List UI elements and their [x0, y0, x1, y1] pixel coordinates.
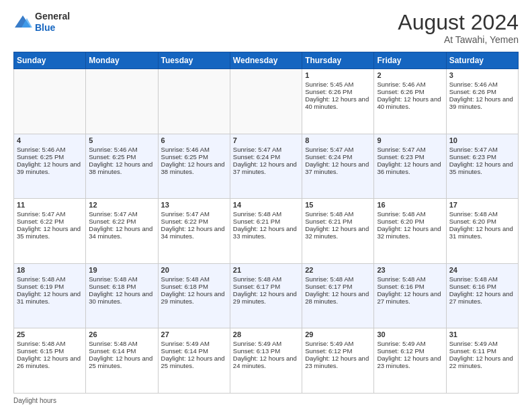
- day-number: 13: [161, 201, 227, 209]
- day-number: 30: [377, 330, 443, 338]
- calendar-cell: 18Sunrise: 5:48 AMSunset: 6:19 PMDayligh…: [14, 263, 86, 328]
- day-info: Sunset: 6:18 PM: [89, 283, 154, 290]
- day-info: Sunrise: 5:48 AM: [89, 340, 154, 347]
- week-row-4: 18Sunrise: 5:48 AMSunset: 6:19 PMDayligh…: [14, 263, 519, 328]
- logo-blue: Blue: [35, 22, 70, 34]
- day-info: Sunrise: 5:47 AM: [161, 210, 227, 218]
- header: General Blue August 2024 At Tawahi, Yeme…: [13, 11, 519, 45]
- day-info: Sunrise: 5:48 AM: [449, 275, 515, 283]
- day-info: Sunrise: 5:47 AM: [377, 146, 443, 153]
- day-info: Sunrise: 5:48 AM: [17, 340, 83, 347]
- calendar-cell: [230, 69, 302, 134]
- day-info: Daylight: 12 hours and 24 minutes.: [233, 355, 299, 369]
- day-info: Sunrise: 5:46 AM: [89, 146, 154, 153]
- day-info: Daylight: 12 hours and 31 minutes.: [17, 290, 83, 305]
- col-header-monday: Monday: [86, 52, 158, 69]
- col-header-saturday: Saturday: [446, 52, 518, 69]
- day-number: 22: [305, 266, 371, 274]
- day-info: Sunrise: 5:49 AM: [305, 340, 371, 347]
- day-info: Sunset: 6:26 PM: [305, 88, 371, 95]
- calendar-cell: 30Sunrise: 5:49 AMSunset: 6:12 PMDayligh…: [374, 328, 446, 394]
- day-info: Sunset: 6:25 PM: [161, 153, 227, 161]
- day-info: Sunrise: 5:47 AM: [233, 146, 299, 153]
- day-number: 10: [449, 136, 515, 144]
- day-number: 15: [305, 201, 371, 209]
- calendar-cell: 16Sunrise: 5:48 AMSunset: 6:20 PMDayligh…: [374, 199, 446, 264]
- col-header-sunday: Sunday: [14, 52, 86, 69]
- calendar-cell: 11Sunrise: 5:47 AMSunset: 6:22 PMDayligh…: [14, 199, 86, 264]
- day-number: 16: [377, 201, 443, 209]
- day-info: Daylight: 12 hours and 23 minutes.: [377, 355, 443, 369]
- day-number: 6: [161, 136, 227, 144]
- day-info: Daylight: 12 hours and 40 minutes.: [305, 95, 371, 110]
- day-number: 9: [377, 136, 443, 144]
- day-info: Daylight: 12 hours and 34 minutes.: [161, 225, 227, 240]
- month-year: August 2024: [398, 11, 519, 34]
- day-info: Daylight: 12 hours and 40 minutes.: [377, 95, 443, 110]
- day-info: Sunset: 6:24 PM: [233, 153, 299, 161]
- col-header-tuesday: Tuesday: [158, 52, 230, 69]
- day-info: Sunrise: 5:48 AM: [449, 210, 515, 218]
- day-info: Sunrise: 5:48 AM: [305, 210, 371, 218]
- week-row-3: 11Sunrise: 5:47 AMSunset: 6:22 PMDayligh…: [14, 199, 519, 264]
- day-info: Sunset: 6:25 PM: [17, 153, 83, 161]
- day-number: 26: [89, 330, 154, 338]
- calendar-cell: 1Sunrise: 5:45 AMSunset: 6:26 PMDaylight…: [302, 69, 374, 134]
- day-info: Sunset: 6:14 PM: [161, 347, 227, 355]
- week-row-1: 1Sunrise: 5:45 AMSunset: 6:26 PMDaylight…: [14, 69, 519, 134]
- calendar-cell: 22Sunrise: 5:48 AMSunset: 6:17 PMDayligh…: [302, 263, 374, 328]
- day-info: Sunrise: 5:48 AM: [89, 275, 154, 283]
- day-info: Sunset: 6:11 PM: [449, 347, 515, 355]
- day-info: Daylight: 12 hours and 23 minutes.: [305, 355, 371, 369]
- calendar-cell: 5Sunrise: 5:46 AMSunset: 6:25 PMDaylight…: [86, 134, 158, 199]
- day-info: Daylight: 12 hours and 39 minutes.: [17, 161, 83, 175]
- day-info: Daylight: 12 hours and 38 minutes.: [161, 161, 227, 175]
- day-info: Sunset: 6:23 PM: [377, 153, 443, 161]
- calendar-cell: 25Sunrise: 5:48 AMSunset: 6:15 PMDayligh…: [14, 328, 86, 394]
- day-info: Sunrise: 5:48 AM: [377, 210, 443, 218]
- calendar-cell: 15Sunrise: 5:48 AMSunset: 6:21 PMDayligh…: [302, 199, 374, 264]
- day-number: 1: [305, 71, 371, 79]
- day-info: Sunset: 6:14 PM: [89, 347, 154, 355]
- calendar-cell: 10Sunrise: 5:47 AMSunset: 6:23 PMDayligh…: [446, 134, 518, 199]
- day-number: 19: [89, 266, 154, 274]
- day-info: Sunrise: 5:46 AM: [161, 146, 227, 153]
- day-number: 29: [305, 330, 371, 338]
- day-info: Daylight: 12 hours and 36 minutes.: [377, 161, 443, 175]
- col-header-wednesday: Wednesday: [230, 52, 302, 69]
- calendar-header-row: SundayMondayTuesdayWednesdayThursdayFrid…: [14, 52, 519, 69]
- day-number: 23: [377, 266, 443, 274]
- calendar-cell: 26Sunrise: 5:48 AMSunset: 6:14 PMDayligh…: [86, 328, 158, 394]
- day-info: Daylight: 12 hours and 32 minutes.: [377, 225, 443, 240]
- day-number: 28: [233, 330, 299, 338]
- day-info: Daylight: 12 hours and 28 minutes.: [305, 290, 371, 305]
- day-number: 18: [17, 266, 83, 274]
- day-info: Sunset: 6:18 PM: [161, 283, 227, 290]
- day-info: Sunrise: 5:48 AM: [377, 275, 443, 283]
- calendar-cell: 29Sunrise: 5:49 AMSunset: 6:12 PMDayligh…: [302, 328, 374, 394]
- calendar-cell: 12Sunrise: 5:47 AMSunset: 6:22 PMDayligh…: [86, 199, 158, 264]
- day-info: Daylight: 12 hours and 37 minutes.: [233, 161, 299, 175]
- calendar-cell: 19Sunrise: 5:48 AMSunset: 6:18 PMDayligh…: [86, 263, 158, 328]
- day-info: Sunset: 6:21 PM: [305, 218, 371, 225]
- day-number: 11: [17, 201, 83, 209]
- day-number: 17: [449, 201, 515, 209]
- footer: Daylight hours: [13, 397, 519, 404]
- day-info: Daylight: 12 hours and 34 minutes.: [89, 225, 154, 240]
- day-info: Sunset: 6:17 PM: [305, 283, 371, 290]
- col-header-thursday: Thursday: [302, 52, 374, 69]
- day-info: Sunrise: 5:49 AM: [377, 340, 443, 347]
- calendar-cell: [14, 69, 86, 134]
- day-info: Daylight: 12 hours and 29 minutes.: [233, 290, 299, 305]
- day-info: Sunset: 6:16 PM: [377, 283, 443, 290]
- calendar-cell: 28Sunrise: 5:49 AMSunset: 6:13 PMDayligh…: [230, 328, 302, 394]
- calendar-cell: 9Sunrise: 5:47 AMSunset: 6:23 PMDaylight…: [374, 134, 446, 199]
- day-info: Sunrise: 5:47 AM: [449, 146, 515, 153]
- day-number: 7: [233, 136, 299, 144]
- day-number: 20: [161, 266, 227, 274]
- title-block: August 2024 At Tawahi, Yemen: [398, 11, 519, 45]
- week-row-5: 25Sunrise: 5:48 AMSunset: 6:15 PMDayligh…: [14, 328, 519, 394]
- day-number: 24: [449, 266, 515, 274]
- day-info: Sunset: 6:22 PM: [17, 218, 83, 225]
- day-info: Sunset: 6:15 PM: [17, 347, 83, 355]
